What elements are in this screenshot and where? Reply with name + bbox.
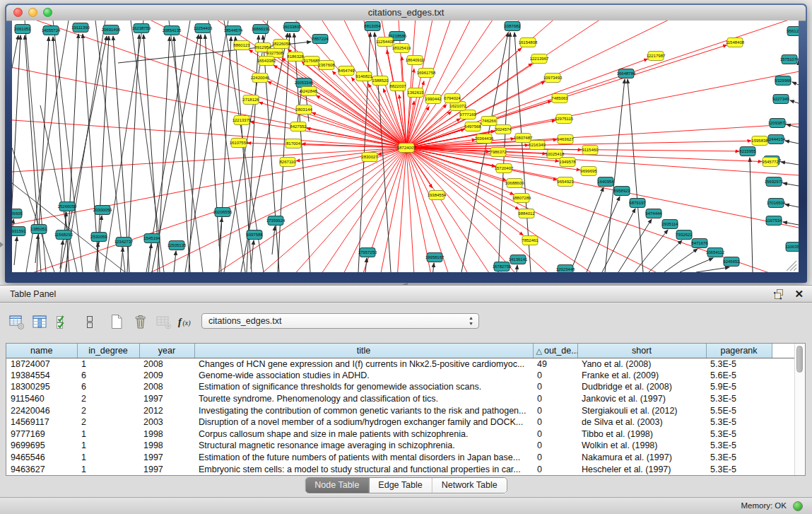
- graph-node[interactable]: 16543382: [257, 57, 276, 66]
- graph-node[interactable]: 9463627: [557, 135, 574, 144]
- graph-node[interactable]: 20053346: [295, 78, 314, 88]
- graph-node[interactable]: 2935114: [662, 220, 679, 229]
- graph-node[interactable]: 2367608: [318, 61, 335, 70]
- graph-node[interactable]: 1167534: [766, 216, 783, 226]
- graph-node[interactable]: 12217987: [647, 52, 666, 61]
- graph-node[interactable]: 9097588: [246, 230, 263, 240]
- graph-node[interactable]: 19384554: [428, 191, 447, 200]
- graph-node[interactable]: 25266050: [58, 202, 77, 211]
- graph-node[interactable]: 10654112: [706, 248, 725, 257]
- graph-node[interactable]: 8813054: [364, 22, 381, 31]
- graph-node[interactable]: 3931591: [12, 227, 26, 236]
- graph-node[interactable]: 19958167: [425, 253, 445, 262]
- show-columns-icon[interactable]: [30, 313, 49, 331]
- graph-node[interactable]: 16154808: [519, 38, 538, 47]
- graph-node[interactable]: 9561294: [787, 27, 799, 36]
- graph-node[interactable]: 18544574: [224, 26, 243, 35]
- graph-node[interactable]: 1100354: [786, 243, 799, 252]
- table-row[interactable]: 977716911998Corpus callosum shape and si…: [6, 428, 795, 440]
- graph-node[interactable]: 2530059: [90, 233, 107, 242]
- tab-edge-table[interactable]: Edge Table: [369, 478, 432, 493]
- graph-node[interactable]: 16033809: [283, 23, 302, 32]
- graph-node[interactable]: 12923448: [556, 265, 575, 273]
- table-row[interactable]: 946362711997Embryonic stem cells: a mode…: [6, 463, 795, 475]
- graph-node[interactable]: 8958923: [613, 187, 630, 196]
- table-row[interactable]: 1872400712008Changes of HCN gene express…: [6, 358, 795, 370]
- graph-node[interactable]: 3024574: [495, 125, 512, 134]
- graph-node[interactable]: 14136141: [509, 255, 528, 264]
- node-table[interactable]: namein_degreeyeartitle△out_de...shortpag…: [6, 343, 806, 476]
- graph-node[interactable]: 11254408: [376, 37, 395, 47]
- tab-network-table[interactable]: Network Table: [433, 478, 507, 493]
- float-panel-icon[interactable]: [773, 288, 784, 300]
- graph-node[interactable]: 2718126: [242, 95, 259, 105]
- graph-node[interactable]: 9146821: [355, 72, 372, 81]
- column-header-year[interactable]: year: [139, 344, 194, 358]
- graph-node[interactable]: 12444154: [767, 135, 786, 144]
- delete-columns-icon[interactable]: [131, 313, 149, 331]
- graph-node[interactable]: 17016504: [767, 199, 786, 208]
- graph-node[interactable]: 2803144: [295, 105, 312, 115]
- row-height-icon[interactable]: [81, 313, 99, 331]
- graph-node[interactable]: 12975115: [555, 115, 574, 124]
- table-row[interactable]: 946554611997Estimation of the future num…: [6, 452, 795, 464]
- graph-node[interactable]: 16648784: [617, 69, 636, 78]
- graph-node[interactable]: 22420046: [251, 74, 270, 83]
- graph-node[interactable]: 7857224: [312, 35, 329, 44]
- graph-node[interactable]: 8822037: [389, 82, 406, 91]
- graph-node[interactable]: 8215955: [739, 147, 756, 156]
- graph-node[interactable]: 12342737: [114, 238, 134, 247]
- graph-node[interactable]: 16238759: [132, 24, 151, 33]
- graph-node[interactable]: 9545772: [762, 158, 779, 167]
- graph-node[interactable]: 1588520: [372, 76, 389, 86]
- graph-node[interactable]: 12093872: [768, 119, 787, 128]
- graph-node[interactable]: 9654923: [557, 177, 574, 187]
- column-header-short[interactable]: short: [577, 344, 706, 358]
- graph-node[interactable]: 9777169: [459, 110, 476, 119]
- graph-node[interactable]: 10807487: [514, 134, 533, 143]
- table-row[interactable]: 969969511998Structural magnetic resonanc…: [6, 440, 795, 452]
- graph-node[interactable]: 8427552: [290, 122, 307, 132]
- graph-node[interactable]: 16782759: [493, 262, 512, 271]
- graph-node[interactable]: 18226058: [272, 40, 291, 49]
- network-canvas[interactable]: 2061051140557241911139020691406162387592…: [12, 21, 799, 272]
- tab-node-table[interactable]: Node Table: [305, 478, 369, 493]
- table-row[interactable]: 911546021997Tourette syndrome. Phenomeno…: [6, 393, 795, 405]
- graph-node[interactable]: 746266: [481, 117, 497, 126]
- graph-node[interactable]: 9245652: [723, 257, 740, 267]
- graph-node[interactable]: 9227349: [772, 95, 789, 104]
- column-header-name[interactable]: name: [6, 344, 77, 358]
- close-panel-icon[interactable]: ✕: [794, 288, 804, 300]
- graph-node[interactable]: 9474444: [645, 209, 662, 218]
- graph-node[interactable]: 8454749: [338, 66, 355, 76]
- graph-node[interactable]: 1990442: [425, 95, 442, 104]
- table-row[interactable]: 1938455462009Genome-wide association stu…: [6, 370, 795, 382]
- window-titlebar[interactable]: citations_edges.txt: [6, 5, 806, 21]
- graph-node[interactable]: 20206556: [213, 208, 233, 217]
- graph-node[interactable]: 2830027: [361, 153, 378, 162]
- graph-node[interactable]: 7986372: [490, 148, 507, 157]
- graph-node[interactable]: 1362615: [407, 88, 424, 98]
- graph-node[interactable]: 2087682: [504, 22, 521, 31]
- graph-node[interactable]: 6794024: [444, 94, 461, 103]
- import-table-icon[interactable]: [154, 313, 172, 331]
- graph-node[interactable]: 10973493: [543, 74, 563, 83]
- graph-node[interactable]: 9329966: [775, 76, 792, 86]
- graph-node[interactable]: 8471676: [691, 239, 708, 248]
- graph-node[interactable]: 6216349: [529, 141, 546, 150]
- graph-node[interactable]: 18640910: [406, 56, 425, 65]
- graph-node[interactable]: 1640954: [597, 177, 614, 187]
- graph-node[interactable]: 9884012: [518, 209, 535, 218]
- graph-node[interactable]: 8186328: [287, 52, 304, 62]
- column-header-in_degree[interactable]: in_degree: [77, 344, 139, 358]
- graph-node[interactable]: 7852461: [522, 236, 539, 245]
- graph-node[interactable]: 6879197: [629, 199, 646, 208]
- network-window[interactable]: citations_edges.txt 20610511405572419111…: [5, 4, 807, 283]
- graph-node[interactable]: 11548408: [726, 38, 745, 47]
- scrollbar-thumb[interactable]: [796, 346, 803, 373]
- graph-node[interactable]: 14055724: [42, 26, 61, 35]
- graph-node[interactable]: 20854135: [163, 26, 182, 35]
- graph-node[interactable]: 20691406: [102, 25, 121, 35]
- graph-node[interactable]: 17957253: [358, 248, 377, 257]
- graph-node[interactable]: 15720407: [495, 164, 514, 173]
